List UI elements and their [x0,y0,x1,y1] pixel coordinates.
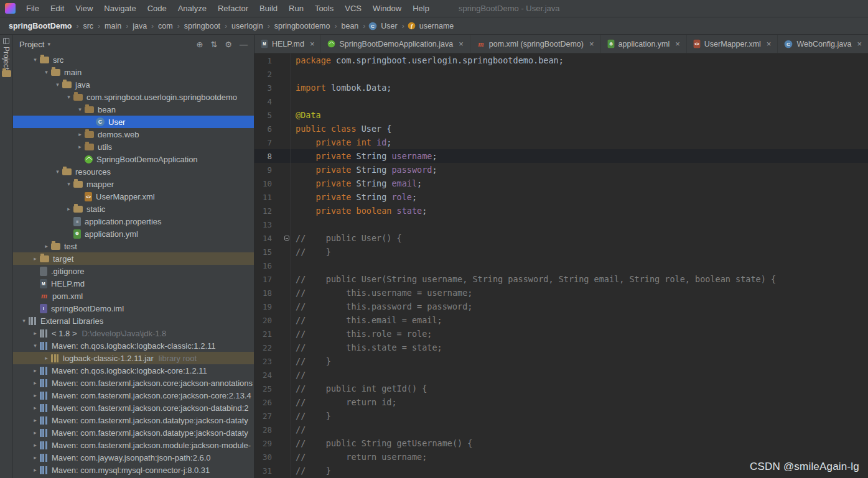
code-line-3[interactable]: 3import lombok.Data; [254,81,868,94]
code-line-15[interactable]: 15// } [254,245,868,259]
breadcrumb-item-springboot[interactable]: springboot [182,22,223,30]
line-number[interactable]: 24 [254,370,283,380]
tree-collapsed-arrow-icon[interactable]: ▸ [42,355,51,361]
tree-collapsed-arrow-icon[interactable]: ▸ [30,430,40,436]
close-tab-icon[interactable]: × [767,39,772,48]
menu-tools[interactable]: Tools [309,0,339,17]
tree-item-maven-ch-qos-logback-logback-core-1-2-11[interactable]: ▸Maven: ch.qos.logback:logback-core:1.2.… [13,364,254,377]
line-number[interactable]: 27 [254,411,283,421]
code-line-29[interactable]: 29// public String getUsername() { [254,436,868,450]
menu-run[interactable]: Run [283,0,309,17]
menu-analyze[interactable]: Analyze [172,0,212,17]
line-number[interactable]: 3 [254,83,283,93]
tree-collapsed-arrow-icon[interactable]: ▸ [30,442,40,448]
breadcrumb-item-java[interactable]: java [130,22,149,30]
tree-expanded-arrow-icon[interactable]: ▾ [19,318,29,324]
tree-item-usermapper-xml[interactable]: <>UserMapper.xml [13,190,254,203]
line-number[interactable]: 1 [254,56,283,65]
tree-item-maven-com-fasterxml-jackson-core-jackson-core-2-13-4[interactable]: ▸Maven: com.fasterxml.jackson.core:jacks… [13,389,254,402]
line-number[interactable]: 29 [254,439,283,448]
line-number[interactable]: 15 [254,247,283,257]
line-number[interactable]: 7 [254,138,283,147]
breadcrumb-item-username[interactable]: fusername [406,22,457,30]
menu-view[interactable]: View [70,0,98,17]
code-line-7[interactable]: 7 private int id; [254,136,868,149]
code-line-5[interactable]: 5@Data [254,108,868,122]
tree-collapsed-arrow-icon[interactable]: ▸ [30,417,40,423]
tree-collapsed-arrow-icon[interactable]: ▸ [30,467,40,473]
code-line-25[interactable]: 25// public int getId() { [254,382,868,395]
tree-expanded-arrow-icon[interactable]: ▾ [30,342,40,349]
line-number[interactable]: 26 [254,398,283,407]
close-tab-icon[interactable]: × [589,39,594,48]
tree-item-target[interactable]: ▸target [13,252,254,265]
tree-item-resources[interactable]: ▾resources [13,165,254,178]
line-number[interactable]: 19 [254,302,283,311]
breadcrumb-item-userlogin[interactable]: userlogin [229,22,266,30]
code-line-26[interactable]: 26// return id; [254,395,868,409]
line-number[interactable]: 13 [254,220,283,229]
tool-stripe-project-button[interactable]: Project [2,38,11,70]
tree-item-user[interactable]: CUser [13,116,254,128]
folder-stripe-icon[interactable] [2,70,11,77]
close-tab-icon[interactable]: × [459,39,464,48]
code-line-6[interactable]: 6public class User { [254,122,868,136]
tree-item-mapper[interactable]: ▾mapper [13,178,254,190]
tree-expanded-arrow-icon[interactable]: ▾ [30,57,40,63]
line-number[interactable]: 28 [254,425,283,434]
tree-item-main[interactable]: ▾main [13,66,254,78]
tree-item-maven-com-fasterxml-jackson-module-jackson-module[interactable]: ▸Maven: com.fasterxml.jackson.module:jac… [13,439,254,451]
breadcrumb-item-springbootdemo[interactable]: springbootdemo [272,22,333,30]
code-line-19[interactable]: 19// this.password = password; [254,300,868,313]
tree-expanded-arrow-icon[interactable]: ▾ [75,106,85,113]
menu-navigate[interactable]: Navigate [98,0,141,17]
code-line-10[interactable]: 10 private String email; [254,177,868,190]
tree-collapsed-arrow-icon[interactable]: ▸ [30,330,40,336]
tree-expanded-arrow-icon[interactable]: ▾ [53,168,62,175]
line-number[interactable]: 11 [254,193,283,202]
tree-collapsed-arrow-icon[interactable]: ▸ [30,454,40,461]
breadcrumb-item-user[interactable]: CUser [367,22,399,30]
code-line-18[interactable]: 18// this.username = username; [254,286,868,300]
code-line-16[interactable]: 16 [254,259,868,272]
locate-opened-file-button[interactable]: ⊕ [197,40,203,48]
tree-collapsed-arrow-icon[interactable]: ▸ [30,367,40,374]
project-panel-title[interactable]: Project [19,40,44,49]
tab-springbootdemoapplication-java[interactable]: SpringBootDemoApplication.java× [321,35,470,53]
code-line-23[interactable]: 23// } [254,354,868,368]
code-line-22[interactable]: 22// this.state = state; [254,341,868,354]
tree-item-com-springboot-userlogin-springbootdemo[interactable]: ▾com.springboot.userlogin.springbootdemo [13,91,254,103]
tree-item-help-md[interactable]: MHELP.md [13,277,254,290]
code-line-2[interactable]: 2 [254,67,868,81]
tree-item-maven-com-jayway-jsonpath-json-path-2-6-0[interactable]: ▸Maven: com.jayway.jsonpath:json-path:2.… [13,451,254,464]
code-editor[interactable]: 1package com.springboot.userlogin.spring… [254,53,868,478]
tree-collapsed-arrow-icon[interactable]: ▸ [30,380,40,386]
tree-item-bean[interactable]: ▾bean [13,103,254,116]
code-line-21[interactable]: 21// this.role = role; [254,327,868,341]
line-number[interactable]: 22 [254,343,283,352]
tree-item-maven-com-fasterxml-jackson-datatype-jackson-dataty[interactable]: ▸Maven: com.fasterxml.jackson.datatype:j… [13,414,254,426]
line-number[interactable]: 20 [254,316,283,325]
tree-item-application-yml[interactable]: ⚙application.yml [13,228,254,240]
line-number[interactable]: 4 [254,97,283,106]
tree-item-1-8[interactable]: ▸< 1.8 >D:\develop\Java\jdk-1.8 [13,327,254,339]
tree-item-pom-xml[interactable]: mpom.xml [13,290,254,302]
tree-item-test[interactable]: ▸test [13,240,254,252]
collapse-all-button[interactable]: ⇅ [210,40,217,48]
settings-button[interactable]: ⚙ [225,40,232,48]
tree-item-utils[interactable]: ▸utils [13,140,254,153]
code-line-13[interactable]: 13 [254,218,868,231]
code-line-14[interactable]: 14// public User() { [254,231,868,245]
code-line-4[interactable]: 4 [254,94,868,108]
line-number[interactable]: 8 [254,152,283,161]
chevron-down-icon[interactable] [47,41,50,47]
line-number[interactable]: 25 [254,384,283,393]
tree-item-static[interactable]: ▸static [13,203,254,215]
line-number[interactable]: 2 [254,70,283,79]
close-tab-icon[interactable]: × [675,39,680,48]
tree-item-application-properties[interactable]: ≡application.properties [13,215,254,228]
line-number[interactable]: 5 [254,111,283,120]
code-line-8[interactable]: 8 private String username; [254,149,868,163]
hide-panel-button[interactable]: — [240,40,248,48]
breadcrumb-item-com[interactable]: com [156,22,175,30]
